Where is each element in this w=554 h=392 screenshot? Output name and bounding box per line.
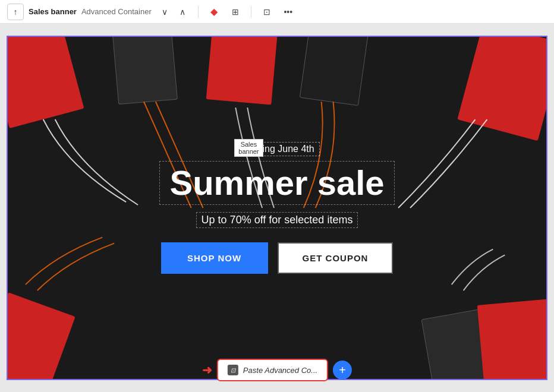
toolbar-divider	[198, 6, 199, 18]
bag-top-center-left	[111, 36, 178, 105]
banner-frame: Sales banner Starting June 4th Summer sa…	[7, 36, 547, 380]
chevron-up-btn[interactable]: ∧	[174, 4, 191, 20]
banner-description: Up to 70% off for selected items	[196, 212, 358, 228]
tool-btn-2[interactable]: ⊞	[227, 4, 244, 20]
bag-top-center	[206, 36, 279, 105]
bag-bottom-left	[7, 292, 75, 380]
paste-bar-container: ➜ ⊡ Paste Advanced Co... +	[202, 359, 352, 381]
chevron-down-btn[interactable]: ∨	[156, 4, 173, 20]
toolbar-subtitle: Advanced Container	[81, 7, 152, 16]
toolbar-title: Sales banner	[29, 7, 77, 16]
banner-title: Summer sale	[159, 161, 394, 205]
shop-now-button[interactable]: SHOP NOW	[161, 242, 268, 274]
banner-background: Sales banner Starting June 4th Summer sa…	[8, 37, 546, 379]
banner-buttons: SHOP NOW GET COUPON	[159, 242, 394, 274]
paste-btn-label: Paste Advanced Co...	[243, 366, 317, 375]
bag-bottom-right	[477, 299, 547, 380]
toolbar-divider-2	[251, 6, 251, 18]
tool-btn-3[interactable]: ⊡	[259, 4, 275, 20]
bag-top-right	[457, 36, 547, 141]
add-button[interactable]: +	[333, 361, 352, 380]
bag-top-left	[7, 36, 84, 128]
upload-icon: ↑	[14, 7, 18, 17]
canvas-area: Sales banner Starting June 4th Summer sa…	[0, 24, 554, 392]
tool-btn-more[interactable]: •••	[280, 4, 297, 20]
banner-content: Sales banner Starting June 4th Summer sa…	[159, 142, 394, 274]
paste-icon: ⊡	[228, 365, 238, 375]
sales-banner-tooltip: Sales banner	[234, 139, 263, 157]
bag-bottom-right-dark	[421, 309, 493, 380]
red-arrow-icon: ➜	[202, 363, 212, 377]
toolbar: ↑ Sales banner Advanced Container ∨ ∧ ◆ …	[0, 0, 554, 24]
tool-btn-1[interactable]: ◆	[206, 4, 222, 20]
get-coupon-button[interactable]: GET COUPON	[278, 242, 394, 274]
component-icon-box[interactable]: ↑	[7, 4, 24, 20]
bag-top-center-right	[300, 36, 370, 106]
toolbar-chevrons: ∨ ∧	[156, 4, 191, 20]
paste-advanced-container-button[interactable]: ⊡ Paste Advanced Co...	[217, 359, 328, 381]
add-icon: +	[339, 363, 346, 377]
